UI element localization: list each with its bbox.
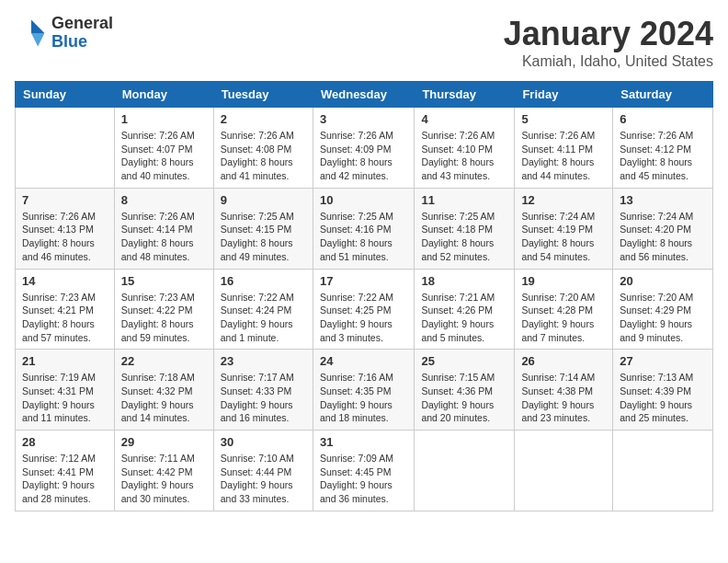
day-cell: 3Sunrise: 7:26 AM Sunset: 4:09 PM Daylig… <box>313 108 414 189</box>
day-cell: 30Sunrise: 7:10 AM Sunset: 4:44 PM Dayli… <box>213 431 313 511</box>
day-info: Sunrise: 7:22 AM Sunset: 4:24 PM Dayligh… <box>221 291 306 345</box>
day-info: Sunrise: 7:10 AM Sunset: 4:44 PM Dayligh… <box>221 452 306 506</box>
day-info: Sunrise: 7:20 AM Sunset: 4:29 PM Dayligh… <box>620 291 706 345</box>
day-info: Sunrise: 7:26 AM Sunset: 4:12 PM Dayligh… <box>620 129 706 183</box>
day-number: 30 <box>221 435 306 449</box>
calendar-subtitle: Kamiah, Idaho, United States <box>504 53 713 70</box>
day-cell: 16Sunrise: 7:22 AM Sunset: 4:24 PM Dayli… <box>213 269 313 350</box>
logo-blue-label: Blue <box>51 33 113 52</box>
day-cell: 6Sunrise: 7:26 AM Sunset: 4:12 PM Daylig… <box>613 108 713 189</box>
week-row-5: 28Sunrise: 7:12 AM Sunset: 4:41 PM Dayli… <box>16 431 713 511</box>
day-info: Sunrise: 7:26 AM Sunset: 4:07 PM Dayligh… <box>121 129 207 183</box>
day-info: Sunrise: 7:16 AM Sunset: 4:35 PM Dayligh… <box>320 371 407 425</box>
day-cell: 19Sunrise: 7:20 AM Sunset: 4:28 PM Dayli… <box>515 269 613 350</box>
day-cell: 13Sunrise: 7:24 AM Sunset: 4:20 PM Dayli… <box>613 188 713 269</box>
day-cell: 26Sunrise: 7:14 AM Sunset: 4:38 PM Dayli… <box>515 350 613 431</box>
day-number: 17 <box>320 274 407 288</box>
svg-marker-1 <box>31 33 44 46</box>
day-cell: 24Sunrise: 7:16 AM Sunset: 4:35 PM Dayli… <box>313 350 414 431</box>
day-cell: 22Sunrise: 7:18 AM Sunset: 4:32 PM Dayli… <box>114 350 213 431</box>
day-cell: 28Sunrise: 7:12 AM Sunset: 4:41 PM Dayli… <box>16 431 115 511</box>
col-header-monday: Monday <box>114 82 213 108</box>
title-area: January 2024 Kamiah, Idaho, United State… <box>504 15 713 70</box>
day-info: Sunrise: 7:23 AM Sunset: 4:22 PM Dayligh… <box>121 291 207 345</box>
day-number: 31 <box>320 435 407 449</box>
day-info: Sunrise: 7:11 AM Sunset: 4:42 PM Dayligh… <box>121 452 207 506</box>
day-cell: 27Sunrise: 7:13 AM Sunset: 4:39 PM Dayli… <box>613 350 713 431</box>
day-info: Sunrise: 7:26 AM Sunset: 4:11 PM Dayligh… <box>521 129 606 183</box>
day-number: 15 <box>121 274 207 288</box>
day-info: Sunrise: 7:15 AM Sunset: 4:36 PM Dayligh… <box>421 371 507 425</box>
col-header-friday: Friday <box>515 82 613 108</box>
day-cell: 2Sunrise: 7:26 AM Sunset: 4:08 PM Daylig… <box>213 108 313 189</box>
day-number: 22 <box>121 354 207 368</box>
col-header-saturday: Saturday <box>613 82 713 108</box>
day-cell: 5Sunrise: 7:26 AM Sunset: 4:11 PM Daylig… <box>515 108 613 189</box>
day-number: 7 <box>22 193 108 207</box>
day-number: 20 <box>620 274 706 288</box>
day-cell <box>515 431 613 511</box>
day-number: 10 <box>320 193 407 207</box>
day-cell: 10Sunrise: 7:25 AM Sunset: 4:16 PM Dayli… <box>313 188 414 269</box>
day-number: 12 <box>521 193 606 207</box>
day-info: Sunrise: 7:18 AM Sunset: 4:32 PM Dayligh… <box>121 371 207 425</box>
week-row-2: 7Sunrise: 7:26 AM Sunset: 4:13 PM Daylig… <box>16 188 713 269</box>
day-cell: 7Sunrise: 7:26 AM Sunset: 4:13 PM Daylig… <box>16 188 115 269</box>
day-info: Sunrise: 7:26 AM Sunset: 4:08 PM Dayligh… <box>221 129 306 183</box>
day-info: Sunrise: 7:20 AM Sunset: 4:28 PM Dayligh… <box>521 291 606 345</box>
day-number: 27 <box>620 354 706 368</box>
week-row-3: 14Sunrise: 7:23 AM Sunset: 4:21 PM Dayli… <box>16 269 713 350</box>
logo-text: General Blue <box>51 15 113 52</box>
day-cell <box>16 108 115 189</box>
day-number: 19 <box>521 274 606 288</box>
col-header-sunday: Sunday <box>16 82 115 108</box>
day-number: 11 <box>421 193 507 207</box>
day-info: Sunrise: 7:26 AM Sunset: 4:10 PM Dayligh… <box>421 129 507 183</box>
day-info: Sunrise: 7:13 AM Sunset: 4:39 PM Dayligh… <box>620 371 706 425</box>
day-cell: 18Sunrise: 7:21 AM Sunset: 4:26 PM Dayli… <box>415 269 515 350</box>
week-row-4: 21Sunrise: 7:19 AM Sunset: 4:31 PM Dayli… <box>16 350 713 431</box>
day-info: Sunrise: 7:19 AM Sunset: 4:31 PM Dayligh… <box>22 371 108 425</box>
day-number: 28 <box>22 435 108 449</box>
day-cell <box>613 431 713 511</box>
day-cell: 14Sunrise: 7:23 AM Sunset: 4:21 PM Dayli… <box>16 269 115 350</box>
day-number: 16 <box>221 274 306 288</box>
day-number: 21 <box>22 354 108 368</box>
day-cell: 11Sunrise: 7:25 AM Sunset: 4:18 PM Dayli… <box>415 188 515 269</box>
day-info: Sunrise: 7:12 AM Sunset: 4:41 PM Dayligh… <box>22 452 108 506</box>
day-info: Sunrise: 7:22 AM Sunset: 4:25 PM Dayligh… <box>320 291 407 345</box>
day-info: Sunrise: 7:17 AM Sunset: 4:33 PM Dayligh… <box>221 371 306 425</box>
day-cell: 4Sunrise: 7:26 AM Sunset: 4:10 PM Daylig… <box>415 108 515 189</box>
day-info: Sunrise: 7:25 AM Sunset: 4:15 PM Dayligh… <box>221 210 306 264</box>
day-cell: 29Sunrise: 7:11 AM Sunset: 4:42 PM Dayli… <box>114 431 213 511</box>
day-info: Sunrise: 7:14 AM Sunset: 4:38 PM Dayligh… <box>521 371 606 425</box>
day-number: 26 <box>521 354 606 368</box>
day-cell: 25Sunrise: 7:15 AM Sunset: 4:36 PM Dayli… <box>415 350 515 431</box>
day-number: 29 <box>121 435 207 449</box>
day-cell: 21Sunrise: 7:19 AM Sunset: 4:31 PM Dayli… <box>16 350 115 431</box>
day-cell: 31Sunrise: 7:09 AM Sunset: 4:45 PM Dayli… <box>313 431 414 511</box>
day-number: 3 <box>320 112 407 126</box>
day-number: 1 <box>121 112 207 126</box>
day-cell: 9Sunrise: 7:25 AM Sunset: 4:15 PM Daylig… <box>213 188 313 269</box>
calendar-title: January 2024 <box>504 15 713 53</box>
day-number: 25 <box>421 354 507 368</box>
day-cell <box>415 431 515 511</box>
day-number: 14 <box>22 274 108 288</box>
day-number: 2 <box>221 112 306 126</box>
logo-general-label: General <box>51 15 113 33</box>
day-info: Sunrise: 7:26 AM Sunset: 4:09 PM Dayligh… <box>320 129 407 183</box>
day-number: 24 <box>320 354 407 368</box>
day-info: Sunrise: 7:09 AM Sunset: 4:45 PM Dayligh… <box>320 452 407 506</box>
week-row-1: 1Sunrise: 7:26 AM Sunset: 4:07 PM Daylig… <box>16 108 713 189</box>
day-cell: 23Sunrise: 7:17 AM Sunset: 4:33 PM Dayli… <box>213 350 313 431</box>
day-cell: 17Sunrise: 7:22 AM Sunset: 4:25 PM Dayli… <box>313 269 414 350</box>
day-info: Sunrise: 7:25 AM Sunset: 4:16 PM Dayligh… <box>320 210 407 264</box>
day-info: Sunrise: 7:26 AM Sunset: 4:14 PM Dayligh… <box>121 210 207 264</box>
calendar-table: SundayMondayTuesdayWednesdayThursdayFrid… <box>15 81 713 511</box>
col-header-thursday: Thursday <box>415 82 515 108</box>
day-cell: 15Sunrise: 7:23 AM Sunset: 4:22 PM Dayli… <box>114 269 213 350</box>
header-row: SundayMondayTuesdayWednesdayThursdayFrid… <box>16 82 713 108</box>
day-info: Sunrise: 7:24 AM Sunset: 4:20 PM Dayligh… <box>620 210 706 264</box>
header: General Blue January 2024 Kamiah, Idaho,… <box>15 15 713 70</box>
